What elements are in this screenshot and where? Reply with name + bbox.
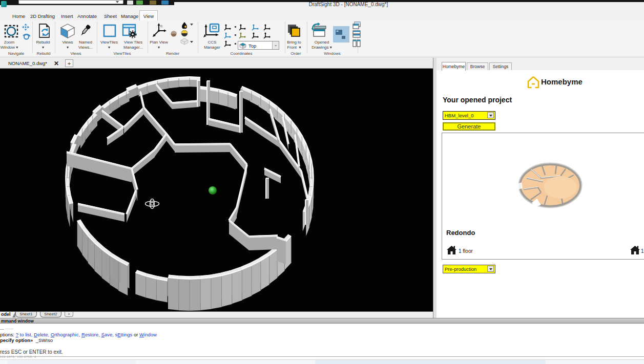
svg-text:C: C <box>160 25 163 28</box>
